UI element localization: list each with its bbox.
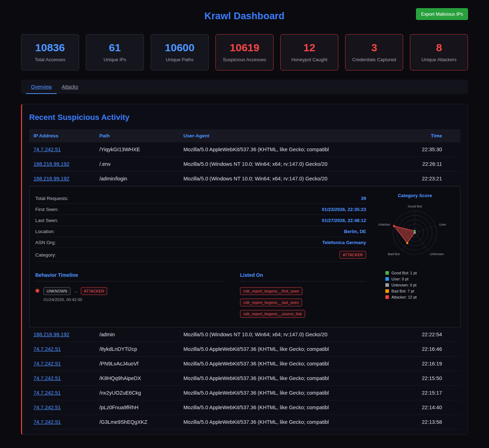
path-cell: /nx2yUOZuE6Ckg	[99, 390, 183, 396]
table-row: 74.7.242.51/PN9LvAcJ4uoVfMozilla/5.0 App…	[29, 357, 461, 371]
legend-label: Good Bot: 1 pt	[391, 271, 417, 275]
behavior-timeline: UNKNOWN→ATTACKER01/24/2026, 09:42:00	[35, 287, 224, 302]
listed-on-badge: cidr_report_bogons__source_link	[240, 310, 305, 318]
tab-bar: OverviewAttacks	[21, 80, 468, 94]
detail-field-label: Last Seen:	[35, 218, 58, 223]
ip-link[interactable]: 74.7.242.51	[33, 375, 61, 381]
detail-field-row: Total Requests:39	[35, 193, 366, 204]
time-cell: 22:15:17	[399, 390, 456, 396]
legend-item: User: 0 pt	[385, 277, 454, 281]
ip-link[interactable]: 74.7.242.51	[33, 361, 61, 367]
legend-label: Bad Bot: 7 pt	[391, 289, 414, 293]
user-agent-cell: Mozilla/5.0 AppleWebKit/537.36 (KHTML, l…	[183, 147, 399, 152]
stat-value: 61	[89, 42, 141, 54]
detail-field-value: 01/23/2026, 22:35:23	[322, 207, 366, 212]
listed-on-badge: cidr_report_bogons__first_seen	[240, 287, 302, 295]
suspicious-activity-table: IP AddressPathUser-AgentTime 74.7.242.51…	[29, 129, 461, 429]
path-cell: /admin	[99, 332, 183, 337]
detail-field-row: Location:Berlin, DE	[35, 226, 366, 237]
table-row: 188.218.99.192/.envMozilla/5.0 (Windows …	[29, 157, 461, 172]
ip-link[interactable]: 188.218.99.192	[33, 332, 69, 337]
panel-title: Recent Suspicious Activity	[29, 113, 461, 122]
detail-field-row: Last Seen:01/27/2026, 22:48:12	[35, 215, 366, 226]
detail-field-row: Category:ATTACKER	[35, 248, 366, 262]
stat-card: 10600Unique Paths	[151, 34, 209, 70]
legend-label: Attacker: 12 pt	[391, 295, 417, 299]
stat-card: 12Honeypot Caught	[280, 34, 338, 70]
detail-field-label: Total Requests:	[35, 196, 68, 201]
detail-field-label: ASN Org:	[35, 240, 56, 245]
user-agent-cell: Mozilla/5.0 AppleWebKit/537.36 (KHTML, l…	[183, 346, 399, 352]
timeline-event: UNKNOWN→ATTACKER01/24/2026, 09:42:00	[35, 287, 224, 302]
ip-link[interactable]: 74.7.242.51	[33, 419, 61, 425]
suspicious-activity-panel: Recent Suspicious Activity IP AddressPat…	[21, 104, 468, 435]
table-row: 74.7.242.51/YiqykGI13WHXEMozilla/5.0 App…	[29, 142, 461, 157]
dashboard-page: Krawl Dashboard Export Malicious IPs 108…	[0, 0, 489, 440]
user-agent-cell: Mozilla/5.0 (Windows NT 10.0; Win64; x64…	[183, 332, 399, 337]
legend-swatch-icon	[385, 295, 389, 299]
time-cell: 22:26:11	[399, 161, 456, 167]
ip-link[interactable]: 74.7.242.51	[33, 346, 61, 352]
category-score-section: Category Score Good BotUserUnknownBad Bo…	[375, 193, 454, 318]
table-row: 74.7.242.51/K8HQq9hAipeDXMozilla/5.0 App…	[29, 371, 461, 386]
svg-text:User: User	[439, 223, 446, 226]
stat-label: Honeypot Caught	[283, 57, 335, 62]
stat-card: 10836Total Accesses	[21, 34, 79, 70]
user-agent-cell: Mozilla/5.0 AppleWebKit/537.36 (KHTML, l…	[183, 361, 399, 367]
path-cell: /K8HQq9hAipeDX	[99, 375, 183, 381]
legend-swatch-icon	[385, 271, 389, 275]
behavior-timeline-title: Behavior Timeline	[35, 272, 224, 281]
legend-swatch-icon	[385, 283, 389, 287]
user-agent-cell: Mozilla/5.0 AppleWebKit/537.36 (KHTML, l…	[183, 405, 399, 410]
path-cell: /.env	[99, 161, 183, 167]
ip-link[interactable]: 74.7.242.51	[33, 147, 61, 152]
svg-text:Unknown: Unknown	[430, 252, 444, 256]
table-row: 188.218.99.192/admin/loginMozilla/5.0 (W…	[29, 172, 461, 186]
export-malicious-ips-button[interactable]: Export Malicious IPs	[416, 8, 468, 20]
user-agent-cell: Mozilla/5.0 AppleWebKit/537.36 (KHTML, l…	[183, 390, 399, 396]
stat-card: 61Unique IPs	[86, 34, 144, 70]
tab-overview[interactable]: Overview	[26, 80, 57, 94]
stat-label: Total Accesses	[24, 57, 76, 62]
column-header: IP Address	[33, 133, 99, 138]
detail-field-value: Berlin, DE	[344, 229, 366, 234]
stat-label: Credentials Captured	[348, 57, 400, 62]
legend-item: Unknown: 0 pt	[385, 283, 454, 287]
user-agent-cell: Mozilla/5.0 AppleWebKit/537.36 (KHTML, l…	[183, 419, 399, 425]
column-header: Time	[399, 133, 456, 138]
category-score-radar-chart: Good BotUserUnknownBad BotAttacker	[375, 200, 454, 263]
stat-label: Unique Paths	[154, 57, 206, 62]
detail-field-value: 01/27/2026, 22:48:12	[322, 218, 366, 223]
table-row: 188.218.99.192/adminMozilla/5.0 (Windows…	[29, 327, 461, 342]
time-cell: 22:13:58	[399, 419, 456, 425]
table-row: 74.7.242.51/nx2yUOZuE6CkgMozilla/5.0 App…	[29, 386, 461, 400]
user-agent-cell: Mozilla/5.0 (Windows NT 10.0; Win64; x64…	[183, 161, 399, 167]
stat-card: 8Unique Attackers	[410, 34, 468, 70]
time-cell: 22:22:54	[399, 332, 456, 337]
stat-value: 3	[348, 42, 400, 54]
detail-field-label: First Seen:	[35, 207, 58, 212]
stat-value: 12	[283, 42, 335, 54]
table-rows-bottom: 188.218.99.192/adminMozilla/5.0 (Windows…	[29, 327, 461, 429]
ip-link[interactable]: 74.7.242.51	[33, 405, 61, 410]
behavior-timeline-section: Behavior Timeline UNKNOWN→ATTACKER01/24/…	[35, 272, 224, 318]
ip-link[interactable]: 188.218.99.192	[33, 161, 69, 167]
ip-link[interactable]: 74.7.242.51	[33, 390, 61, 396]
tab-attacks[interactable]: Attacks	[57, 80, 83, 94]
radar-legend: Good Bot: 1 ptUser: 0 ptUnknown: 0 ptBad…	[375, 271, 454, 299]
stats-row: 10836Total Accesses61Unique IPs10600Uniq…	[21, 34, 468, 70]
detail-field-label: Category:	[35, 252, 56, 258]
timeline-to-badge: ATTACKER	[81, 287, 108, 295]
table-header-row: IP AddressPathUser-AgentTime	[29, 129, 461, 142]
table-row: 74.7.242.51/pLz0Fnua9fRhHMozilla/5.0 App…	[29, 400, 461, 415]
path-cell: /YiqykGI13WHXE	[99, 147, 183, 152]
table-rows-top: 74.7.242.51/YiqykGI13WHXEMozilla/5.0 App…	[29, 142, 461, 186]
legend-item: Good Bot: 1 pt	[385, 271, 454, 275]
stat-value: 10619	[219, 42, 270, 54]
ip-link[interactable]: 188.218.99.192	[33, 176, 69, 181]
timeline-timestamp: 01/24/2026, 09:42:00	[43, 297, 107, 302]
detail-field-row: ASN Org:Telefonica Germany	[35, 237, 366, 248]
timeline-from-badge: UNKNOWN	[43, 287, 71, 295]
category-badge: ATTACKER	[339, 251, 366, 259]
stat-label: Unique Attackers	[413, 57, 465, 62]
